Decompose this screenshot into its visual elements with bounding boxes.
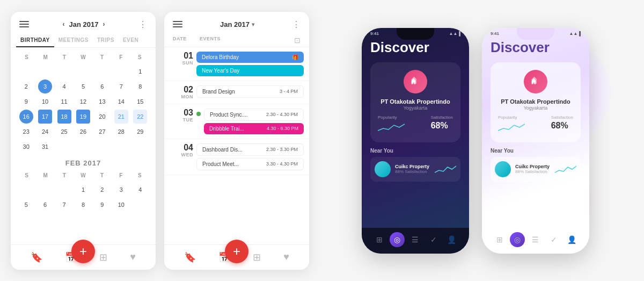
feb-day-4[interactable]: 4: [133, 183, 147, 197]
light-nav-grid[interactable]: ⊞: [492, 232, 507, 247]
cal-day-7[interactable]: 7: [114, 80, 128, 93]
cal-day-23[interactable]: 23: [19, 125, 33, 139]
light-nearby-property[interactable]: Cuikc Property 88% Satisfaction: [491, 157, 581, 182]
feb-day-6[interactable]: 6: [38, 198, 52, 212]
nav-check-icon[interactable]: ✓: [426, 232, 441, 247]
cal-day-30[interactable]: 30: [19, 140, 33, 154]
satisfaction-value: 68%: [431, 121, 453, 131]
cal-day-13[interactable]: 13: [95, 95, 109, 109]
next-month-button[interactable]: ›: [103, 20, 105, 28]
cal-day-19[interactable]: 19: [76, 110, 90, 124]
cal-day-1[interactable]: 1: [133, 64, 147, 78]
cal-day-3[interactable]: 3: [38, 80, 52, 93]
feb-day-1[interactable]: 1: [76, 183, 90, 197]
calendar-nav: ‹ Jan 2017 ›: [63, 20, 105, 28]
cal-day-22[interactable]: 22: [133, 110, 147, 124]
phone-notch: [397, 28, 434, 40]
cal-day-29[interactable]: 29: [133, 125, 147, 139]
app-container: ‹ Jan 2017 › ⋮ BIRTHDAY MEETINGS TRIPS E…: [0, 0, 644, 281]
cal-day-9[interactable]: 9: [19, 95, 33, 109]
calendar-header: ‹ Jan 2017 › ⋮: [11, 12, 156, 34]
cal-day-15[interactable]: 15: [133, 95, 147, 109]
hamburger-menu[interactable]: [19, 21, 29, 27]
satisfaction-label: Satisfaction: [431, 115, 453, 120]
event-dribbble-training[interactable]: Dribbble Trai... 4.30 - 6.30 PM: [204, 123, 304, 134]
event-time: 3 - 4 PM: [280, 89, 298, 94]
event-product-meet[interactable]: Product Meet... 3.30 - 4.30 PM: [196, 158, 304, 170]
event-brand-design[interactable]: Brand Design 3 - 4 PM: [196, 85, 304, 98]
bookmark-icon[interactable]: 🔖: [31, 251, 42, 263]
cal-day-27[interactable]: 27: [95, 125, 109, 139]
events-month-selector[interactable]: Jan 2017 ▾: [220, 20, 254, 28]
events-04: Dashboard Dis... 2.30 - 3.30 PM Product …: [196, 143, 304, 170]
weekday-sun: S: [17, 52, 36, 62]
cal-day-5[interactable]: 5: [76, 80, 90, 93]
stats-row-dark: Popularity Satisfaction 68%: [378, 115, 453, 135]
cal-day-11[interactable]: 11: [57, 95, 71, 109]
cal-day-6[interactable]: 6: [95, 80, 109, 93]
day-row-02: 02 MON Brand Design 3 - 4 PM: [164, 81, 309, 104]
tab-birthday[interactable]: BIRTHDAY: [16, 34, 54, 47]
cal-day-20[interactable]: 20: [95, 110, 109, 124]
nav-grid-icon[interactable]: ⊞: [372, 232, 387, 247]
cal-day: [19, 183, 33, 197]
ev-heart-icon[interactable]: ♥: [283, 251, 289, 263]
cal-day-26[interactable]: 26: [76, 125, 90, 139]
feb-day-9[interactable]: 9: [95, 198, 109, 212]
nav-list-icon[interactable]: ☰: [408, 232, 423, 247]
property-card-light[interactable]: PT Otakotak Propertindo Yogyakarta Popul…: [491, 62, 581, 142]
cal-day-25[interactable]: 25: [57, 125, 71, 139]
tab-meetings[interactable]: MEETINGS: [54, 34, 93, 47]
ev-bookmark-icon[interactable]: 🔖: [184, 251, 196, 263]
light-nav-list[interactable]: ☰: [528, 232, 543, 247]
cal-day: [19, 64, 33, 78]
events-column-headers: DATE EVENTS ⊡: [164, 34, 309, 47]
prev-month-button[interactable]: ‹: [63, 20, 65, 28]
more-options-button[interactable]: ⋮: [138, 19, 147, 30]
ev-add-event-button[interactable]: +: [225, 240, 248, 263]
feb-day-8[interactable]: 8: [76, 198, 90, 212]
cal-day-21[interactable]: 21: [114, 110, 128, 124]
event-new-years-day[interactable]: New Year's Day: [196, 65, 304, 76]
cal-day-4[interactable]: 4: [57, 80, 71, 93]
events-hamburger[interactable]: [173, 21, 182, 27]
ev-grid-icon[interactable]: ⊞: [253, 251, 261, 263]
grid-icon[interactable]: ⊞: [99, 251, 107, 263]
nav-discover-icon[interactable]: ◎: [390, 232, 405, 247]
expand-icon[interactable]: ⊡: [294, 36, 301, 45]
cal-day-28[interactable]: 28: [114, 125, 128, 139]
tab-events[interactable]: EVEN: [119, 34, 143, 47]
feb-day-10[interactable]: 10: [114, 198, 128, 212]
event-dashboard-dis[interactable]: Dashboard Dis... 2.30 - 3.30 PM: [196, 143, 304, 156]
cal-day-31[interactable]: 31: [38, 140, 52, 154]
cal-day: [57, 64, 71, 78]
light-nav-check[interactable]: ✓: [546, 232, 561, 247]
light-property-location: Yogyakarta: [498, 105, 573, 111]
add-event-button[interactable]: +: [71, 240, 95, 263]
event-delora-birthday[interactable]: Delora Birthday 🎁: [196, 52, 304, 63]
heart-icon[interactable]: ♥: [130, 251, 136, 263]
cal-day-8[interactable]: 8: [133, 80, 147, 93]
cal-day-16[interactable]: 16: [19, 110, 33, 124]
cal-day: [38, 64, 52, 78]
cal-day-24[interactable]: 24: [38, 125, 52, 139]
nearby-property-dark[interactable]: Cuikc Property 88% Satisfaction: [370, 157, 460, 182]
light-nav-discover[interactable]: ◎: [510, 232, 525, 247]
cal-day-18[interactable]: 18: [57, 110, 71, 124]
event-product-sync[interactable]: Product Sync.... 2.30 - 4.30 PM: [204, 109, 304, 121]
cal-day-2[interactable]: 2: [19, 80, 33, 93]
cal-day-17[interactable]: 17: [38, 110, 52, 124]
events-footer: 🔖 📅 + ⊞ ♥: [164, 244, 309, 270]
feb-day-5[interactable]: 5: [19, 198, 33, 212]
cal-day-14[interactable]: 14: [114, 95, 128, 109]
tab-trips[interactable]: TRIPS: [93, 34, 119, 47]
feb-day-2[interactable]: 2: [95, 183, 109, 197]
feb-day-3[interactable]: 3: [114, 183, 128, 197]
feb-day-7[interactable]: 7: [57, 198, 71, 212]
cal-day-10[interactable]: 10: [38, 95, 52, 109]
nav-profile-icon[interactable]: 👤: [444, 232, 459, 247]
light-nav-profile[interactable]: 👤: [564, 232, 579, 247]
cal-day-12[interactable]: 12: [76, 95, 90, 109]
events-more-options[interactable]: ⋮: [292, 19, 301, 30]
property-card-dark[interactable]: PT Otakotak Propertindo Yogyakarta Popul…: [370, 62, 460, 142]
